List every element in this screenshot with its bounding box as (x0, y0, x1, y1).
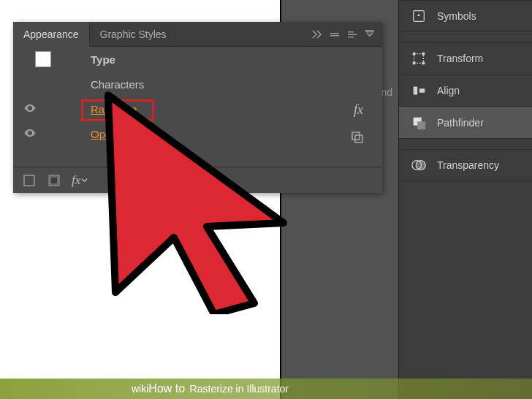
clear-appearance-icon[interactable] (47, 173, 61, 188)
visibility-icon[interactable] (23, 126, 37, 142)
svg-rect-14 (413, 53, 416, 56)
tab-graphic-styles[interactable]: Graphic Styles (90, 22, 177, 47)
svg-rect-9 (24, 175, 34, 186)
add-effect-button[interactable]: fx (72, 173, 88, 188)
svg-rect-4 (348, 37, 354, 38)
rail-item-transform[interactable]: Transform (399, 42, 532, 75)
svg-rect-17 (422, 62, 425, 65)
svg-rect-2 (348, 31, 354, 33)
characters-row[interactable]: Characters (13, 72, 382, 96)
rasterize-label[interactable]: Rasterize (58, 103, 382, 115)
rail-label-align: Align (437, 85, 460, 96)
panel-icon-2[interactable] (346, 28, 359, 41)
svg-rect-6 (365, 31, 374, 32)
rail-label-pathfinder: Pathfinder (437, 117, 484, 129)
duplicate-icon[interactable] (350, 130, 365, 145)
appearance-footer: fx (13, 167, 382, 193)
double-arrow-icon[interactable] (311, 28, 324, 41)
svg-rect-21 (417, 121, 425, 129)
svg-rect-18 (414, 86, 418, 94)
type-label: Type (58, 53, 382, 66)
tab-appearance[interactable]: Appearance (13, 22, 89, 47)
watermark-brand: wikiHow to Rasterize in Illustrator (132, 382, 289, 395)
svg-rect-1 (330, 35, 339, 37)
rail-label-symbols: Symbols (437, 10, 476, 22)
svg-rect-5 (365, 30, 374, 31)
appearance-panel: Appearance Graphic Styles Type Character… (13, 22, 382, 193)
no-selection-icon[interactable] (22, 173, 37, 188)
svg-rect-16 (413, 62, 416, 65)
rail-label-transparency: Transparency (437, 159, 499, 171)
rail-item-symbols[interactable]: Symbols (399, 0, 532, 32)
characters-label: Characters (58, 78, 382, 91)
svg-point-23 (416, 161, 425, 170)
panel-icon-1[interactable] (328, 28, 341, 41)
fill-swatch[interactable] (35, 51, 51, 67)
opacity-row[interactable]: Opacity: De (13, 121, 382, 146)
rail-item-align[interactable]: Align (399, 75, 532, 107)
rasterize-row[interactable]: Rasterize (13, 96, 382, 121)
svg-rect-0 (330, 33, 339, 34)
truncated-text-nd: nd (381, 86, 392, 98)
right-rail: Symbols Transform Align Pathfinder Trans… (398, 0, 532, 399)
rail-item-pathfinder[interactable]: Pathfinder (399, 107, 532, 139)
panel-tabs: Appearance Graphic Styles (13, 22, 382, 47)
svg-rect-7 (352, 132, 360, 140)
svg-rect-3 (348, 34, 357, 35)
watermark-bar: wikiHow to Rasterize in Illustrator (0, 379, 532, 399)
type-row[interactable]: Type (13, 47, 382, 72)
svg-rect-13 (414, 54, 424, 64)
svg-rect-15 (422, 53, 425, 56)
rail-label-transform: Transform (437, 53, 483, 64)
visibility-icon[interactable] (23, 102, 37, 117)
panel-menu-icon[interactable] (363, 28, 376, 41)
rail-item-transparency[interactable]: Transparency (399, 149, 532, 181)
fx-indicator[interactable]: fx (354, 102, 363, 118)
svg-rect-11 (51, 178, 57, 183)
svg-rect-8 (355, 135, 362, 142)
svg-rect-19 (419, 88, 425, 93)
opacity-label[interactable]: Opacity: De (58, 128, 382, 140)
